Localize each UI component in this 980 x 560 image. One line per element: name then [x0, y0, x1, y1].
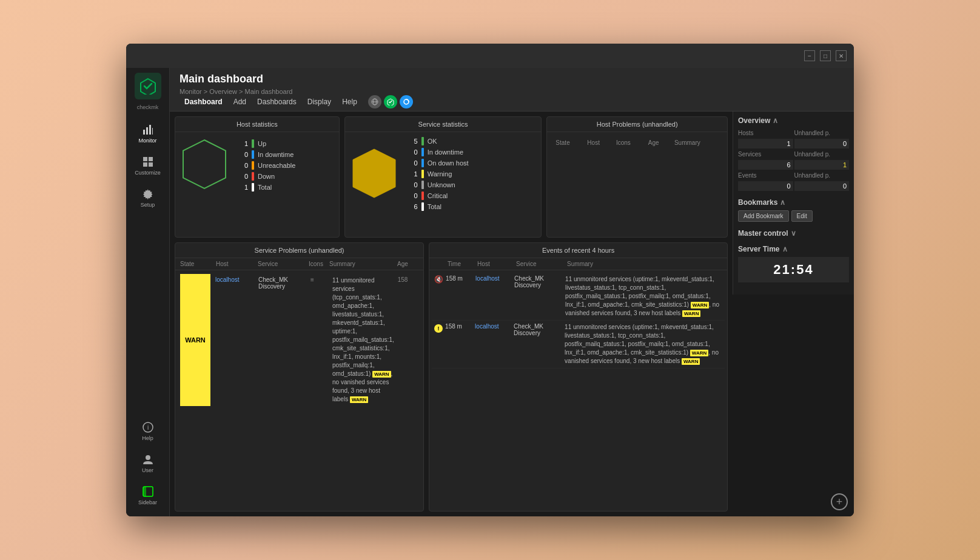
col-summary: Summary: [329, 261, 395, 267]
svg-rect-2: [146, 127, 148, 135]
warn-circle-icon: !: [434, 324, 443, 333]
unhandled-services-label: Unhandled p.: [794, 150, 850, 159]
help-label: Help: [142, 435, 153, 441]
sidebar-item-help[interactable]: i Help: [126, 415, 169, 447]
stat-row: 6 Total: [408, 202, 469, 211]
downtime-bar: [252, 150, 254, 159]
unhandled-hosts-label: Unhandled p.: [794, 128, 850, 138]
sidebar-item-monitor[interactable]: Monitor: [126, 118, 169, 150]
sync-icon: [403, 98, 410, 105]
master-control-title: Master control ∨: [738, 229, 849, 238]
nav-add[interactable]: Add: [229, 95, 251, 108]
user-icon: [142, 453, 154, 465]
nav-icon-2[interactable]: [384, 95, 397, 108]
overview-title: Overview ∧: [738, 116, 849, 125]
col-service: Service: [516, 261, 565, 267]
host-problems-content: State Host Icons Age Summary: [547, 132, 727, 153]
warn-badge: WARN: [372, 371, 391, 378]
svg-point-12: [146, 455, 150, 460]
events-unhandled-value[interactable]: 0: [794, 181, 850, 191]
stat-row: 0 On down host: [408, 159, 469, 167]
service-problems-body: WARN localhost Check_MK Discovery ≡ 11 u…: [175, 270, 423, 511]
add-widget-button[interactable]: +: [831, 493, 848, 510]
nav-help[interactable]: Help: [337, 95, 362, 108]
services-unhandled-value[interactable]: 1: [794, 160, 850, 170]
svg-rect-3: [149, 125, 151, 135]
app-body: checkmk Monitor Customize: [126, 68, 854, 516]
sidebar-item-sidebar[interactable]: Sidebar: [126, 479, 169, 512]
host-stats-list: 1 Up 0 In downtime: [238, 139, 295, 192]
overview-chevron: ∧: [773, 116, 778, 125]
svg-rect-4: [152, 128, 153, 135]
down-bar: [252, 172, 254, 181]
events-value[interactable]: 0: [738, 181, 793, 191]
hosts-value[interactable]: 1: [738, 139, 793, 148]
col-summary: Summary: [672, 138, 721, 147]
nav-dashboard[interactable]: Dashboard: [180, 95, 227, 108]
event-summary: 11 unmonitored services (uptime:1, mkeve…: [565, 275, 722, 318]
dashboard-main: Host statistics 1: [170, 112, 733, 516]
services-value[interactable]: 6: [738, 160, 793, 170]
event-row: ! 158 m localhost Check_MK Discovery 11 …: [432, 321, 725, 368]
svg-rect-7: [143, 162, 147, 167]
minimize-button[interactable]: −: [804, 50, 815, 61]
col-age: Age: [397, 261, 418, 267]
hosts-label: Hosts: [738, 128, 793, 138]
left-sidebar: checkmk Monitor Customize: [126, 68, 170, 516]
service-hex: [350, 146, 398, 202]
host-problems-panel: Host Problems (unhandled) State Host Ico…: [546, 116, 728, 238]
dashboard-top-row: Host statistics 1: [175, 116, 728, 238]
events-label: Events: [738, 171, 793, 180]
svg-rect-1: [143, 130, 145, 135]
server-time-title: Server Time ∧: [738, 245, 849, 253]
stat-row: 0 In downtime: [408, 148, 469, 156]
events-header: Time Host Service Summary: [429, 258, 727, 270]
icons-cell: ≡: [310, 276, 329, 404]
event-service: Check_MK Discovery: [514, 323, 562, 336]
nav-icon-1[interactable]: [368, 95, 381, 108]
summary-cell: 11 unmonitored services (tcp_conn_stats:…: [332, 276, 394, 404]
dashboard: Host statistics 1: [170, 112, 854, 516]
close-button[interactable]: ✕: [836, 50, 847, 61]
nav-dashboards[interactable]: Dashboards: [252, 95, 301, 108]
event-row: 🔇 158 m localhost Check_MK Discovery 11 …: [432, 273, 725, 321]
nav-display[interactable]: Display: [303, 95, 336, 108]
overview-section: Overview ∧ Hosts Unhandled p. 1 0 Servic…: [738, 116, 849, 191]
stat-row: 1 Warning: [408, 170, 469, 178]
event-time: 158 m: [446, 275, 473, 282]
server-time-section: Server Time ∧ 21:54: [738, 245, 849, 282]
col-service: Service: [258, 261, 306, 267]
host-cell: localhost: [215, 276, 255, 404]
svg-marker-22: [353, 149, 395, 198]
maximize-button[interactable]: □: [820, 50, 831, 61]
sidebar-item-customize[interactable]: Customize: [126, 150, 169, 182]
add-bookmark-button[interactable]: Add Bookmark: [738, 210, 789, 222]
col-host: Host: [585, 138, 612, 147]
host-problems-title: Host Problems (unhandled): [547, 117, 727, 132]
event-service: Check_MK Discovery: [514, 275, 563, 288]
overview-grid: Hosts Unhandled p. 1 0 Services Unhandle…: [738, 128, 849, 191]
user-label: User: [142, 467, 153, 473]
setup-label: Setup: [141, 202, 155, 208]
event-host: localhost: [475, 275, 512, 282]
logo-text: checkmk: [137, 104, 159, 110]
info-icon: i: [142, 421, 154, 433]
nav-icons: [368, 95, 413, 108]
stat-row: 0 Unknown: [408, 181, 469, 189]
hosts-unhandled-value[interactable]: 0: [794, 139, 850, 148]
col-state: State: [553, 138, 583, 147]
svg-rect-6: [149, 157, 153, 161]
sidebar-bottom: i Help User Sidebar: [126, 415, 169, 512]
col-host: Host: [477, 261, 514, 267]
globe-icon: [371, 98, 378, 105]
master-control-chevron: ∨: [791, 229, 796, 238]
age-cell: 158: [398, 276, 419, 404]
service-stats-list: 5 OK 0 In downtime: [408, 137, 469, 211]
sidebar-item-user[interactable]: User: [126, 447, 169, 479]
svg-rect-14: [143, 487, 146, 496]
logo[interactable]: [135, 73, 161, 99]
edit-bookmarks-button[interactable]: Edit: [791, 210, 813, 222]
warn-badge-2: WARN: [350, 396, 368, 403]
nav-icon-3[interactable]: [400, 95, 413, 108]
sidebar-item-setup[interactable]: Setup: [126, 182, 169, 214]
